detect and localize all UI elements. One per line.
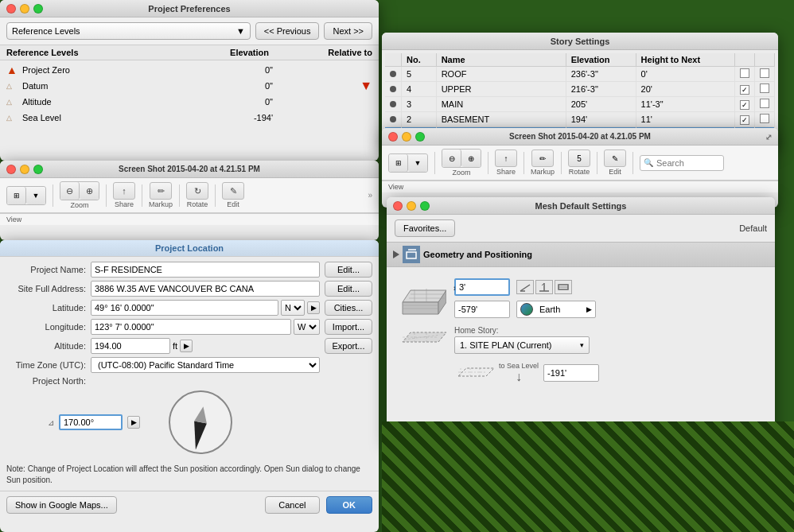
table-row[interactable]: △ Altitude 0" xyxy=(0,94,379,110)
mesh-icon-1[interactable] xyxy=(516,280,534,294)
mesh-3d-icon: ↕ xyxy=(395,278,446,320)
mesh-icon-3[interactable] xyxy=(555,280,572,294)
mesh-icons-right xyxy=(516,280,572,294)
view-label: View xyxy=(6,216,21,223)
address-input[interactable] xyxy=(91,281,320,297)
checkbox[interactable] xyxy=(760,114,769,123)
checkbox[interactable] xyxy=(740,85,749,95)
markup2-label: Markup xyxy=(531,168,555,176)
screenshot2-window: Screen Shot 2015-04-20 at 4.21.05 PM ⤢ ⊞… xyxy=(382,128,778,208)
ok-btn[interactable]: OK xyxy=(326,496,373,514)
table-row[interactable]: ▲ Project Zero 0" xyxy=(0,62,379,78)
close-btn[interactable] xyxy=(6,4,16,14)
north-arrow-btn[interactable]: ▶ xyxy=(127,416,140,429)
toolbar-btn-grid[interactable]: ⊞ xyxy=(7,187,26,204)
close-btn[interactable] xyxy=(393,201,403,211)
toolbar2-grid[interactable]: ⊞ xyxy=(389,154,408,172)
close-btn[interactable] xyxy=(388,132,398,142)
next-button[interactable]: Next >> xyxy=(324,22,372,40)
proj-zero-icon: ▲ xyxy=(6,64,22,76)
edit-name-btn[interactable]: Edit... xyxy=(325,262,372,278)
edit2-btn[interactable]: ✎ xyxy=(604,150,626,167)
zoom2-in[interactable]: ⊕ xyxy=(461,150,481,167)
markup-btn[interactable]: ✏ xyxy=(150,182,172,200)
search-input[interactable] xyxy=(656,158,720,168)
google-maps-btn[interactable]: Show in Google Maps... xyxy=(6,496,117,514)
table-row[interactable]: △ Datum 0" ▼ xyxy=(0,78,379,94)
rotate-section: ↻ Rotate xyxy=(186,182,208,208)
prefs-dropdown[interactable]: Reference Levels ▼ xyxy=(6,22,251,40)
table-row[interactable]: 4 UPPER 216'-3" 20' xyxy=(385,82,775,97)
earth-select[interactable]: Earth ▶ xyxy=(516,301,596,318)
favorites-btn[interactable]: Favorites... xyxy=(395,219,455,237)
min-btn[interactable] xyxy=(20,165,29,174)
min-btn[interactable] xyxy=(402,132,411,142)
mesh-3d-svg xyxy=(395,278,446,318)
markup2-btn[interactable]: ✏ xyxy=(531,150,554,167)
prev-button[interactable]: << Previous xyxy=(255,22,320,40)
altitude-arrow-btn[interactable]: ▶ xyxy=(180,340,193,352)
table-row[interactable]: 5 ROOF 236'-3" 0' xyxy=(385,67,775,82)
import-btn[interactable]: Import... xyxy=(325,319,372,335)
project-name-input[interactable] xyxy=(91,262,320,278)
mesh-titlebar: Mesh Default Settings xyxy=(387,197,775,215)
max-btn[interactable] xyxy=(33,4,43,14)
sea-level-input[interactable] xyxy=(543,364,599,382)
edit-btn[interactable]: ✎ xyxy=(222,182,244,200)
resize-indicator: ⤢ xyxy=(765,132,772,142)
zoom-out-btn[interactable]: ⊖ xyxy=(60,182,80,200)
latitude-label: Latitude: xyxy=(6,303,86,313)
checkbox[interactable] xyxy=(760,83,769,93)
share-btn[interactable]: ↑ xyxy=(113,182,135,200)
max-btn[interactable] xyxy=(415,132,425,142)
table-row[interactable]: 2 BASEMENT 194' 11' xyxy=(385,112,775,127)
toolbar-btn-down[interactable]: ▼ xyxy=(26,187,45,204)
altitude-group: ft ▶ xyxy=(91,338,320,354)
rotate2-section: 5 Rotate xyxy=(568,150,590,176)
cities-btn[interactable]: Cities... xyxy=(325,300,372,316)
earth-icon xyxy=(520,303,533,316)
mesh-icon-2[interactable] xyxy=(535,280,553,294)
rotate2-btn[interactable]: 5 xyxy=(568,150,590,167)
export-btn[interactable]: Export... xyxy=(325,338,372,354)
altitude-input[interactable] xyxy=(91,338,170,354)
zoom-in-btn[interactable]: ⊕ xyxy=(80,182,99,200)
max-btn[interactable] xyxy=(420,201,430,211)
min-btn[interactable] xyxy=(407,201,416,211)
cancel-btn[interactable]: Cancel xyxy=(265,496,319,514)
zoom2-label: Zoom xyxy=(452,169,470,177)
lon-dir-select[interactable]: WE xyxy=(294,319,320,335)
checkbox[interactable] xyxy=(760,68,769,78)
toolbar2-down[interactable]: ▼ xyxy=(408,154,427,172)
longitude-input[interactable] xyxy=(91,319,291,335)
expand-icon[interactable] xyxy=(393,250,399,258)
zoom2-out[interactable]: ⊖ xyxy=(442,150,461,167)
col-height: Height to Next xyxy=(636,53,734,67)
checkbox[interactable] xyxy=(760,99,769,108)
north-input[interactable] xyxy=(59,414,123,430)
rotate-btn[interactable]: ↻ xyxy=(186,182,208,200)
offset-input[interactable] xyxy=(454,301,510,318)
edit-address-btn[interactable]: Edit... xyxy=(325,281,372,297)
share2-section: ↑ Share xyxy=(495,150,517,176)
lat-dir-select[interactable]: NS xyxy=(281,300,305,316)
dialog-buttons: Cancel OK xyxy=(265,496,372,514)
checkbox[interactable] xyxy=(740,100,749,110)
tz-select[interactable]: (UTC-08:00) Pacific Standard Time xyxy=(91,357,320,373)
share2-btn[interactable]: ↑ xyxy=(495,150,517,167)
latitude-input[interactable] xyxy=(91,300,278,316)
home-story-select[interactable]: 1. SITE PLAN (Current) ▾ xyxy=(454,336,590,354)
table-row[interactable]: 3 MAIN 205' 11'-3" xyxy=(385,97,775,112)
separator xyxy=(434,152,435,174)
address-label: Site Full Address: xyxy=(6,284,86,293)
longitude-group: WE xyxy=(91,319,320,335)
table-row[interactable]: △ Sea Level -194' xyxy=(0,110,379,126)
checkbox[interactable] xyxy=(740,68,749,78)
min-btn[interactable] xyxy=(20,4,29,14)
height-input[interactable] xyxy=(454,278,510,296)
max-btn[interactable] xyxy=(33,165,43,174)
close-btn[interactable] xyxy=(6,165,16,174)
proj-prefs-title: Project Preferences xyxy=(148,4,230,14)
lat-arrow-btn[interactable]: ▶ xyxy=(307,301,320,314)
checkbox[interactable] xyxy=(740,115,749,125)
